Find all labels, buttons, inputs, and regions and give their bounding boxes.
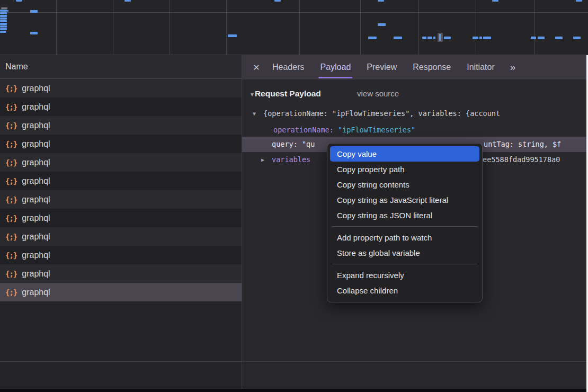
payload-operation-row[interactable]: operationName: "ipFlowTimeseries": [242, 122, 586, 138]
request-timing-bar: [538, 37, 545, 39]
menu-item-expand-recursively[interactable]: Expand recursively: [327, 268, 482, 283]
menu-item-copy-value[interactable]: Copy value: [330, 146, 479, 162]
request-name-label: graphql: [22, 84, 50, 93]
request-timing-bar: [1, 7, 7, 9]
overview-gridline: [226, 0, 227, 55]
table-row[interactable]: {;}graphql: [0, 190, 242, 209]
json-braces-icon: {;}: [5, 158, 17, 167]
request-timing-bar: [0, 20, 7, 22]
tab-payload[interactable]: Payload: [312, 55, 359, 79]
tab-response[interactable]: Response: [405, 55, 459, 79]
details-tab-bar: ✕ HeadersPayloadPreviewResponseInitiator…: [242, 55, 586, 79]
property-value-right: ee5588fdad995178a0: [483, 152, 560, 167]
table-row[interactable]: {;}graphql: [0, 227, 242, 246]
request-name-label: graphql: [22, 176, 50, 186]
tab-preview[interactable]: Preview: [359, 55, 405, 79]
json-braces-icon: {;}: [5, 251, 17, 260]
request-name-label: graphql: [22, 158, 50, 167]
json-braces-icon: {;}: [5, 214, 17, 222]
request-timing-bar: [378, 23, 386, 26]
collapse-arrow-icon: ▼: [250, 92, 255, 97]
table-row[interactable]: {;}graphql: [0, 135, 242, 153]
request-timing-bar: [479, 37, 482, 39]
overview-gridline: [113, 0, 113, 55]
request-timing-bar: [30, 10, 38, 13]
request-timing-bar: [576, 0, 582, 2]
request-name-label: graphql: [22, 232, 50, 242]
table-row[interactable]: {;}graphql: [0, 283, 242, 301]
json-braces-icon: {;}: [5, 288, 17, 297]
request-timing-bar: [0, 31, 6, 33]
table-row[interactable]: {;}graphql: [0, 209, 242, 227]
menu-item-add-property-path-to-watch[interactable]: Add property path to watch: [327, 230, 482, 245]
json-braces-icon: {;}: [5, 233, 17, 241]
request-timing-bar: [7, 10, 8, 12]
property-key: operationName:: [273, 126, 334, 134]
payload-root-node[interactable]: ▼ {operationName: "ipFlowTimeseries", va…: [242, 106, 586, 121]
request-name-label: graphql: [22, 213, 50, 223]
request-payload-section[interactable]: ▼Request Payload view source: [250, 86, 586, 101]
table-row[interactable]: {;}graphql: [0, 172, 242, 190]
network-overview[interactable]: [0, 0, 588, 55]
overview-gridline: [534, 0, 534, 55]
overview-gridline: [476, 0, 476, 55]
name-column-header[interactable]: Name: [0, 55, 242, 79]
close-icon[interactable]: ✕: [248, 55, 264, 79]
json-braces-icon: {;}: [5, 121, 17, 130]
request-timing-bar: [0, 25, 7, 28]
collapse-arrow-icon[interactable]: ▼: [253, 106, 256, 121]
request-timing-bar: [30, 32, 38, 34]
table-row[interactable]: {;}graphql: [0, 97, 242, 116]
request-timing-bar: [378, 0, 384, 2]
table-row[interactable]: {;}graphql: [0, 116, 242, 135]
menu-separator: [332, 226, 477, 227]
table-row[interactable]: {;}graphql: [0, 79, 242, 97]
menu-item-copy-string-as-json-literal[interactable]: Copy string as JSON literal: [327, 208, 482, 223]
request-timing-bar: [0, 28, 7, 30]
tab-headers[interactable]: Headers: [264, 55, 312, 79]
selected-request-marker: [438, 33, 443, 42]
table-row[interactable]: {;}graphql: [0, 153, 242, 172]
overview-gridline: [418, 0, 419, 55]
json-braces-icon: {;}: [5, 140, 17, 148]
json-braces-icon: {;}: [5, 177, 17, 185]
request-list: Name {;}graphql{;}graphql{;}graphql{;}gr…: [0, 55, 242, 389]
table-row[interactable]: {;}graphql: [0, 264, 242, 283]
menu-item-copy-property-path[interactable]: Copy property path: [327, 162, 482, 177]
property-value-left: "qu: [302, 140, 315, 148]
tab-label: Preview: [367, 63, 397, 72]
menu-item-store-as-global-variable[interactable]: Store as global variable: [327, 245, 482, 261]
json-braces-icon: {;}: [5, 103, 17, 111]
request-timing-bar: [0, 10, 7, 12]
overview-gridline: [56, 0, 57, 55]
request-timing-bar: [483, 37, 491, 39]
request-payload-title: Request Payload: [255, 89, 321, 98]
menu-item-collapse-children[interactable]: Collapse children: [327, 283, 482, 298]
view-source-link[interactable]: view source: [357, 86, 399, 101]
request-name-label: graphql: [22, 195, 50, 204]
summary-divider: [0, 361, 586, 362]
request-timing-bar: [124, 0, 131, 2]
request-name-label: graphql: [22, 139, 50, 149]
tab-label: Headers: [272, 63, 304, 72]
menu-item-copy-string-as-javascript-literal[interactable]: Copy string as JavaScript literal: [327, 192, 482, 208]
more-tabs-icon[interactable]: »: [505, 61, 520, 73]
request-timing-bar: [0, 15, 7, 17]
request-timing-bar: [0, 17, 7, 20]
request-timing-bar: [0, 12, 7, 14]
tabs-container: HeadersPayloadPreviewResponseInitiator: [264, 55, 503, 79]
request-name-label: graphql: [22, 269, 50, 279]
menu-separator: [332, 264, 477, 264]
overview-time-gridline: [0, 12, 588, 13]
json-braces-icon: {;}: [5, 84, 17, 93]
request-name-label: graphql: [22, 102, 50, 112]
expand-arrow-icon[interactable]: ▶: [261, 152, 264, 167]
request-timing-bar: [422, 37, 426, 39]
tab-initiator[interactable]: Initiator: [459, 55, 502, 79]
request-timing-bar: [0, 23, 7, 25]
table-row[interactable]: {;}graphql: [0, 246, 242, 264]
window-bottom-edge: [0, 389, 586, 392]
menu-item-copy-string-contents[interactable]: Copy string contents: [327, 177, 482, 192]
request-timing-bar: [473, 37, 478, 39]
request-timing-bar: [368, 37, 377, 39]
